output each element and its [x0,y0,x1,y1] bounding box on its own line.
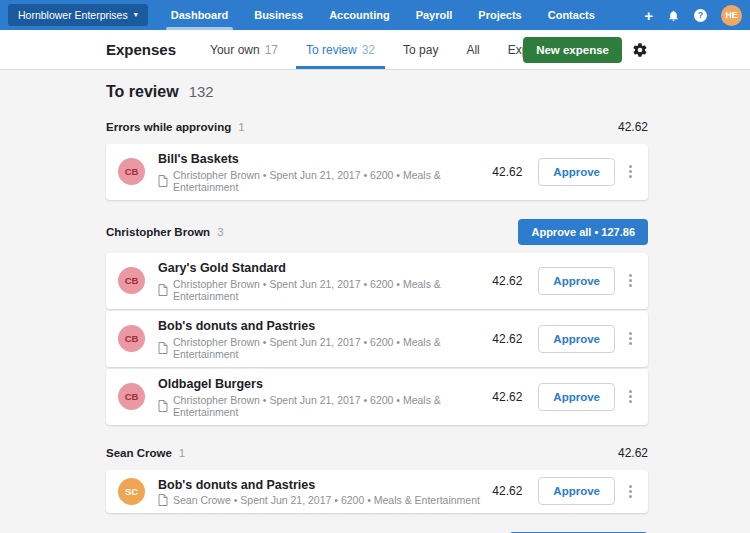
expense-title: Gary's Gold Standard [158,260,492,277]
tab-all[interactable]: All [452,30,493,69]
expense-row-oldbagel-burgers[interactable]: CB Oldbagel Burgers Christopher Brown • … [106,369,648,425]
nav-item-projects[interactable]: Projects [465,0,534,30]
expenses-tabs: Your own 17 To review 32 To pay All Expl… [196,30,566,69]
expense-row-bills-baskets[interactable]: CB Bill's Baskets Christopher Brown • Sp… [106,144,648,200]
avatar: CB [118,158,145,185]
approve-button[interactable]: Approve [538,267,615,295]
receipt-icon [158,284,168,296]
section-total: 42.62 [618,446,648,460]
top-navbar: Hornblower Enterprises ▾ Dashboard Busin… [0,0,750,30]
expense-title: Oldbagel Burgers [158,376,492,393]
tab-to-review[interactable]: To review 32 [292,30,389,69]
expense-title: Bob's donuts and Pastries [158,477,492,494]
expense-row-bobs-donuts-sc[interactable]: SC Bob's donuts and Pastries Sean Crowe … [106,470,648,514]
tab-to-pay[interactable]: To pay [389,30,452,69]
approve-button[interactable]: Approve [538,325,615,353]
section-total: 42.62 [618,120,648,134]
section-christopher-brown: Christopher Brown 3 Approve all • 127.86… [106,219,648,425]
expense-meta: Christopher Brown • Spent Jun 21, 2017 •… [173,169,492,193]
kebab-menu-icon[interactable] [625,387,636,406]
receipt-icon [158,342,168,354]
avatar: CB [118,325,145,352]
receipt-icon [158,175,168,187]
nav-item-business[interactable]: Business [241,0,316,30]
expense-amount: 42.62 [492,274,522,288]
expense-title: Bill's Baskets [158,151,492,168]
avatar: SC [118,478,145,505]
avatar: CB [118,383,145,410]
expense-meta: Sean Crowe • Spent Jun 21, 2017 • 6200 •… [173,494,480,506]
expense-meta: Christopher Brown • Spent Jun 21, 2017 •… [173,278,492,302]
expense-amount: 42.62 [492,390,522,404]
notifications-bell-icon[interactable] [667,9,680,22]
expense-row-garys-gold-standard[interactable]: CB Gary's Gold Standard Christopher Brow… [106,253,648,309]
add-icon[interactable]: + [644,8,653,23]
kebab-menu-icon[interactable] [625,329,636,348]
expense-row-bobs-donuts-cb[interactable]: CB Bob's donuts and Pastries Christopher… [106,311,648,367]
expense-title: Bob's donuts and Pastries [158,318,492,335]
gear-icon[interactable] [632,42,648,58]
tab-your-own-count: 17 [265,43,278,57]
approve-button[interactable]: Approve [538,158,615,186]
section-header: Errors while approving 1 42.62 [106,118,648,136]
expense-amount: 42.62 [492,165,522,179]
company-name: Hornblower Enterprises [18,9,128,21]
expense-meta: Christopher Brown • Spent Jun 21, 2017 •… [173,394,492,418]
caret-down-icon: ▾ [134,11,138,19]
approve-button[interactable]: Approve [538,383,615,411]
new-expense-button[interactable]: New expense [523,37,622,63]
kebab-menu-icon[interactable] [625,482,636,501]
section-header: Sean Crowe 1 42.62 [106,444,648,462]
expense-amount: 42.62 [492,332,522,346]
help-icon[interactable]: ? [694,9,707,22]
section-sean-crowe: Sean Crowe 1 42.62 SC Bob's donuts and P… [106,444,648,514]
nav-item-dashboard[interactable]: Dashboard [158,0,241,30]
avatar: CB [118,267,145,294]
expenses-header-actions: New expense [523,30,648,69]
kebab-menu-icon[interactable] [625,162,636,181]
company-switcher[interactable]: Hornblower Enterprises ▾ [8,4,148,26]
receipt-icon [158,400,168,412]
nav-item-accounting[interactable]: Accounting [316,0,403,30]
nav-item-payroll[interactable]: Payroll [403,0,466,30]
nav-item-contacts[interactable]: Contacts [535,0,608,30]
page-title: To review 132 [106,83,648,101]
main-nav: Dashboard Business Accounting Payroll Pr… [158,0,608,30]
kebab-menu-icon[interactable] [625,271,636,290]
approve-all-button[interactable]: Approve all • 127.86 [518,219,648,245]
user-avatar[interactable]: HE [721,5,742,26]
receipt-icon [158,494,168,506]
approve-button[interactable]: Approve [538,477,615,505]
to-review-list: To review 132 Errors while approving 1 4… [0,70,750,533]
section-header: Christopher Brown 3 Approve all • 127.86 [106,219,648,245]
tab-to-review-count: 32 [362,43,375,57]
section-count: 1 [179,447,185,459]
expenses-title: Expenses [106,30,176,69]
section-count: 1 [238,121,244,133]
tab-your-own[interactable]: Your own 17 [196,30,292,69]
expense-meta: Christopher Brown • Spent Jun 21, 2017 •… [173,336,492,360]
page-title-count: 132 [189,83,214,100]
expenses-header: Expenses Your own 17 To review 32 To pay… [0,30,750,70]
expense-amount: 42.62 [492,484,522,498]
section-count: 3 [217,226,223,238]
topnav-actions: + ? HE [644,0,750,30]
section-errors-while-approving: Errors while approving 1 42.62 CB Bill's… [106,118,648,200]
